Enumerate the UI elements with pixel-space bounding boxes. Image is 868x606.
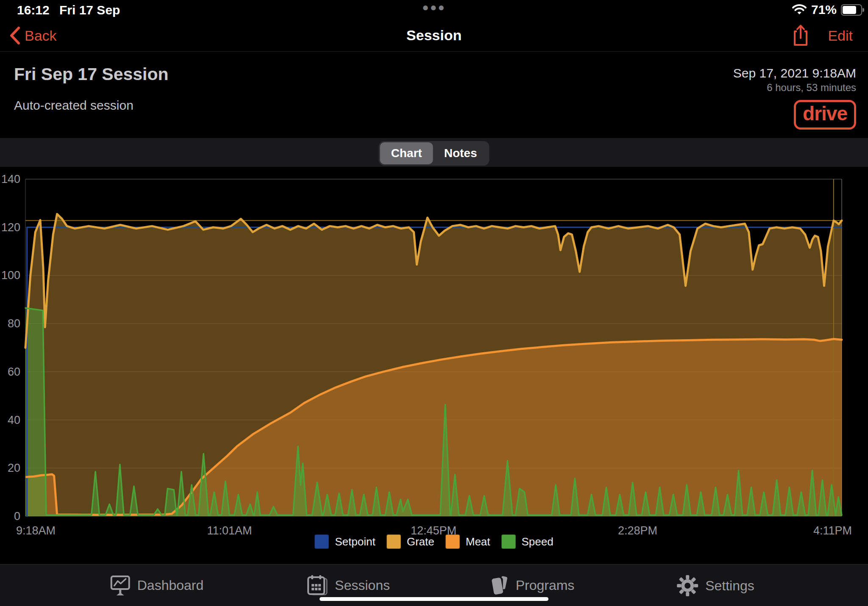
tab-settings[interactable]: Settings xyxy=(676,575,754,597)
legend-item-grate: Grate xyxy=(387,534,434,549)
programs-cards-icon xyxy=(490,575,509,596)
svg-text:40: 40 xyxy=(8,414,20,426)
page-title: Session xyxy=(406,27,462,44)
wifi-icon xyxy=(792,4,807,16)
meat-swatch xyxy=(445,534,460,549)
tab-programs[interactable]: Programs xyxy=(490,575,575,596)
edit-button[interactable]: Edit xyxy=(828,28,853,44)
drive-logo: drive xyxy=(794,100,856,130)
svg-text:60: 60 xyxy=(8,365,20,378)
status-date: Fri 17 Sep xyxy=(59,3,120,17)
back-button[interactable]: Back xyxy=(9,26,57,45)
chart-notes-segmented-control: Chart Notes xyxy=(379,141,490,166)
legend-item-setpoint: Setpoint xyxy=(314,534,375,549)
svg-text:0: 0 xyxy=(14,510,20,523)
status-bar: 16:12 Fri 17 Sep ●●● 71% xyxy=(0,0,868,19)
grate-swatch xyxy=(387,534,401,549)
setpoint-swatch xyxy=(314,534,329,549)
tab-bar: Dashboard Sessions Programs xyxy=(0,564,868,606)
svg-text:100: 100 xyxy=(1,269,20,282)
svg-text:120: 120 xyxy=(1,221,20,234)
back-label: Back xyxy=(25,28,57,44)
session-datetime: Sep 17, 2021 9:18AM xyxy=(733,66,856,80)
tab-chart[interactable]: Chart xyxy=(380,142,433,164)
chart-legend: Setpoint Grate Meat Speed xyxy=(0,534,868,549)
session-duration: 6 hours, 53 minutes xyxy=(767,82,856,94)
legend-item-meat: Meat xyxy=(445,534,490,549)
tab-dashboard[interactable]: Dashboard xyxy=(110,575,204,596)
legend-item-speed: Speed xyxy=(501,534,554,549)
settings-gear-icon xyxy=(676,575,698,597)
battery-percent: 71% xyxy=(811,3,837,17)
multitasking-dots-icon[interactable]: ●●● xyxy=(422,1,446,14)
home-indicator[interactable] xyxy=(320,597,548,601)
nav-bar: Back Session Edit xyxy=(0,19,868,52)
tab-sessions[interactable]: Sessions xyxy=(307,575,390,596)
chevron-left-icon xyxy=(9,26,20,45)
speed-swatch xyxy=(501,534,516,549)
svg-text:140: 140 xyxy=(1,173,20,185)
svg-text:20: 20 xyxy=(8,462,20,474)
dashboard-icon xyxy=(110,575,131,596)
tab-notes[interactable]: Notes xyxy=(433,142,488,164)
sessions-calendar-icon xyxy=(307,575,328,596)
session-title: Fri Sep 17 Session xyxy=(14,64,169,84)
status-time: 16:12 xyxy=(17,3,50,17)
share-icon[interactable] xyxy=(791,24,810,47)
session-screen: 0204060801001201409:18AM11:01AM12:45PM2:… xyxy=(0,0,868,606)
session-subtitle: Auto-created session xyxy=(14,98,134,113)
session-chart[interactable]: 0204060801001201409:18AM11:01AM12:45PM2:… xyxy=(0,0,868,606)
svg-text:80: 80 xyxy=(8,317,20,330)
battery-icon xyxy=(841,4,862,16)
